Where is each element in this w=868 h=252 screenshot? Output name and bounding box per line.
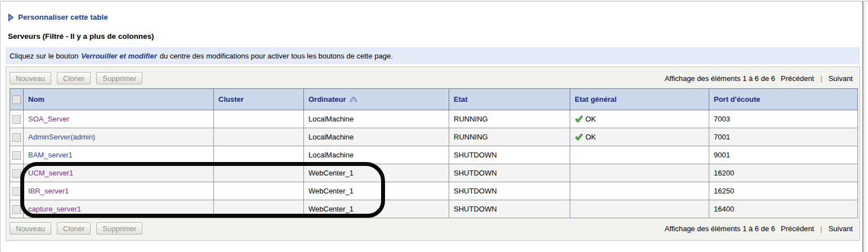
- machine-cell: WebCenter_1: [304, 200, 449, 218]
- pagination-summary: Affichage des éléments 1 à 6 de 6: [665, 224, 775, 233]
- column-header-etat[interactable]: Etat: [449, 89, 570, 110]
- table-row: IBR_server1WebCenter_1SHUTDOWN16250: [10, 182, 858, 200]
- cluster-cell: [214, 200, 304, 218]
- server-name-cell: UCM_server1: [24, 164, 214, 182]
- table-toolbar-top: NouveauClonerSupprimer Affichage des élé…: [10, 71, 856, 85]
- cluster-cell: [214, 146, 304, 164]
- cluster-cell: [214, 182, 304, 200]
- row-checkbox-cell: [10, 110, 24, 128]
- server-name-cell: BAM_server1: [24, 146, 214, 164]
- state-cell: SHUTDOWN: [449, 200, 570, 218]
- column-header-port[interactable]: Port d'écoute: [709, 89, 858, 110]
- green-check-icon: [575, 133, 583, 141]
- state-cell: SHUTDOWN: [449, 146, 570, 164]
- green-check-icon: [575, 115, 583, 123]
- server-name-link[interactable]: IBR_server1: [28, 187, 69, 195]
- state-cell: RUNNING: [449, 110, 570, 128]
- row-checkbox-cell: [10, 200, 24, 218]
- new-button[interactable]: Nouveau: [10, 222, 51, 235]
- table-row: AdminServer(admin)LocalMachineRUNNING OK…: [10, 128, 858, 146]
- port-cell: 7001: [709, 128, 858, 146]
- row-checkbox[interactable]: [12, 115, 21, 124]
- server-name-cell: SOA_Server: [24, 110, 214, 128]
- previous-button[interactable]: Précédent: [781, 74, 814, 83]
- health-cell: [570, 164, 709, 182]
- select-all-checkbox[interactable]: [12, 96, 21, 104]
- health-label: OK: [585, 115, 596, 123]
- server-table-body: SOA_ServerLocalMachineRUNNING OK7003Admi…: [10, 110, 858, 218]
- column-header-ordinateur[interactable]: Ordinateur: [304, 89, 449, 110]
- notice-suffix: du centre des modifications pour activer…: [160, 52, 393, 60]
- machine-cell: LocalMachine: [304, 128, 449, 146]
- table-row: capture_server1WebCenter_1SHUTDOWN16400: [10, 200, 858, 218]
- table-row: BAM_server1LocalMachineSHUTDOWN9001: [10, 146, 858, 164]
- table-row: SOA_ServerLocalMachineRUNNING OK7003: [10, 110, 858, 128]
- new-button[interactable]: Nouveau: [10, 72, 51, 84]
- table-row: UCM_server1WebCenter_1SHUTDOWN16200: [10, 164, 858, 182]
- server-name-cell: AdminServer(admin): [24, 128, 214, 146]
- servers-table-panel: NouveauClonerSupprimer Affichage des élé…: [6, 66, 860, 241]
- delete-button[interactable]: Supprimer: [96, 222, 142, 235]
- server-name-link[interactable]: BAM_server1: [28, 151, 73, 159]
- pagination-separator: |: [820, 74, 822, 83]
- health-cell: OK: [570, 128, 709, 146]
- row-checkbox-cell: [10, 164, 24, 182]
- health-cell: [570, 146, 709, 164]
- row-checkbox-cell: [10, 128, 24, 146]
- page-title: Serveurs (Filtré - Il y a plus de colonn…: [8, 32, 154, 40]
- pagination-bottom: Affichage des éléments 1 à 6 de 6 Précéd…: [665, 224, 856, 233]
- server-name-link[interactable]: capture_server1: [28, 205, 81, 213]
- table-toolbar-bottom: NouveauClonerSupprimer Affichage des élé…: [10, 222, 856, 235]
- delete-button[interactable]: Supprimer: [96, 72, 142, 84]
- port-cell: 16200: [709, 164, 858, 182]
- previous-button[interactable]: Précédent: [781, 224, 814, 233]
- cluster-cell: [214, 110, 304, 128]
- next-button[interactable]: Suivant: [829, 224, 853, 233]
- row-checkbox[interactable]: [12, 187, 21, 196]
- cluster-cell: [214, 128, 304, 146]
- notice-prefix: Cliquez sur le bouton: [10, 52, 78, 60]
- servers-table: Nom Cluster Ordinateur Etat Etat général: [10, 88, 858, 218]
- server-name-cell: capture_server1: [24, 200, 214, 218]
- state-cell: SHUTDOWN: [449, 182, 570, 200]
- column-header-cluster[interactable]: Cluster: [214, 89, 304, 110]
- right-triangle-icon: [8, 14, 14, 21]
- row-checkbox[interactable]: [12, 205, 21, 214]
- pagination-top: Affichage des éléments 1 à 6 de 6 Précéd…: [665, 74, 856, 83]
- server-name-link[interactable]: AdminServer(admin): [28, 133, 95, 141]
- pagination-separator: |: [820, 224, 822, 233]
- server-name-link[interactable]: SOA_Server: [28, 115, 69, 123]
- cluster-cell: [214, 164, 304, 182]
- row-checkbox[interactable]: [12, 151, 21, 160]
- port-cell: 16400: [709, 200, 858, 218]
- row-checkbox[interactable]: [12, 133, 21, 142]
- row-checkbox-cell: [10, 182, 24, 200]
- select-all-cell: [10, 89, 24, 110]
- state-cell: RUNNING: [449, 128, 570, 146]
- toolbar-buttons-bottom: NouveauClonerSupprimer: [10, 222, 142, 235]
- next-button[interactable]: Suivant: [829, 74, 853, 83]
- sort-ascending-icon: [349, 96, 358, 103]
- row-checkbox[interactable]: [12, 169, 21, 178]
- health-cell: OK: [570, 110, 709, 128]
- column-header-ordinateur-label: Ordinateur: [308, 95, 346, 104]
- machine-cell: WebCenter_1: [304, 182, 449, 200]
- port-cell: 9001: [709, 146, 858, 164]
- server-name-link[interactable]: UCM_server1: [28, 169, 73, 177]
- customize-table-label: Personnaliser cette table: [18, 13, 108, 21]
- state-cell: SHUTDOWN: [449, 164, 570, 182]
- pagination-summary: Affichage des éléments 1 à 6 de 6: [665, 74, 775, 83]
- clone-button[interactable]: Cloner: [57, 222, 91, 235]
- health-cell: [570, 182, 709, 200]
- row-checkbox-cell: [10, 146, 24, 164]
- column-header-nom[interactable]: Nom: [24, 89, 214, 110]
- clone-button[interactable]: Cloner: [57, 72, 91, 84]
- window-right-border: [862, 1, 863, 252]
- change-center-notice: Cliquez sur le bouton Verrouiller et mod…: [6, 47, 860, 64]
- toolbar-buttons-top: NouveauClonerSupprimer: [10, 72, 142, 84]
- customize-table-link[interactable]: Personnaliser cette table: [8, 13, 108, 21]
- port-cell: 16250: [709, 182, 858, 200]
- column-header-etat-general[interactable]: Etat général: [570, 89, 709, 110]
- machine-cell: WebCenter_1: [304, 164, 449, 182]
- machine-cell: LocalMachine: [304, 110, 449, 128]
